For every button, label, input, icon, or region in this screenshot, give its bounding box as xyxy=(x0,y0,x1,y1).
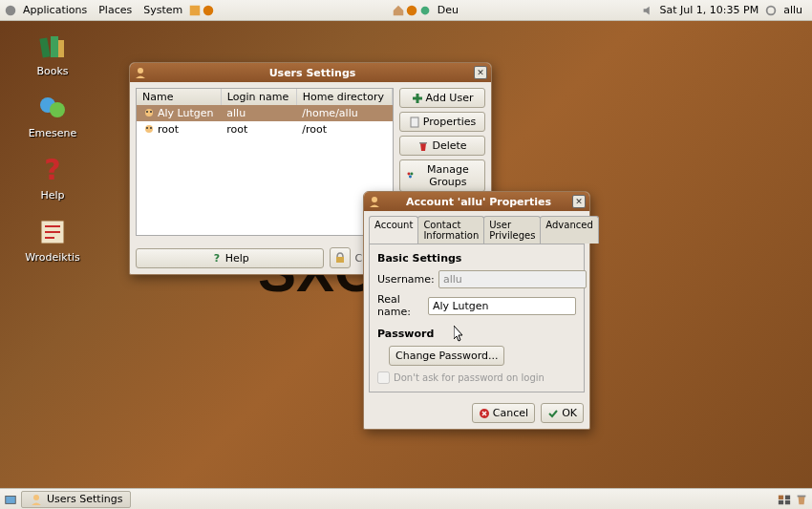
svg-rect-34 xyxy=(785,499,790,503)
trash-icon xyxy=(417,140,429,152)
menu-applications[interactable]: Applications xyxy=(17,2,93,18)
tabs: Account Contact Information User Privile… xyxy=(369,216,585,244)
svg-point-22 xyxy=(407,173,410,176)
desktop-icon-emesene[interactable]: Emesene xyxy=(19,91,86,139)
help-icon: ? xyxy=(211,252,223,264)
svg-point-2 xyxy=(203,5,214,15)
svg-rect-35 xyxy=(798,495,806,497)
gnome-foot-icon xyxy=(4,4,17,17)
menu-places[interactable]: Places xyxy=(93,2,138,18)
trash-icon[interactable] xyxy=(795,493,808,506)
svg-point-27 xyxy=(372,197,377,202)
user-menu[interactable]: allu xyxy=(778,2,808,18)
svg-point-19 xyxy=(150,127,152,129)
tab-contact[interactable]: Contact Information xyxy=(417,216,484,244)
ok-icon xyxy=(547,408,559,419)
volume-icon[interactable] xyxy=(641,4,654,17)
dont-ask-checkbox xyxy=(377,371,390,384)
window-title: Users Settings xyxy=(151,67,474,79)
power-icon[interactable] xyxy=(764,4,778,17)
svg-point-18 xyxy=(146,127,148,129)
close-button[interactable]: ✕ xyxy=(572,195,586,208)
user-face-icon xyxy=(142,108,156,119)
col-home[interactable]: Home directory xyxy=(296,89,392,105)
col-name[interactable]: Name xyxy=(137,89,221,105)
tray-icon-1[interactable] xyxy=(188,4,202,17)
help-icon: ? xyxy=(35,153,70,187)
keyboard-indicator[interactable]: Deu xyxy=(432,2,464,18)
manage-groups-button[interactable]: Manage Groups xyxy=(399,159,485,192)
taskbar-app-icon xyxy=(30,493,43,506)
tray-home-icon[interactable] xyxy=(392,4,405,17)
window-title: Account 'allu' Properties xyxy=(385,196,572,208)
books-icon xyxy=(35,29,70,63)
table-row[interactable]: root root /root xyxy=(137,121,393,138)
add-user-button[interactable]: Add User xyxy=(399,88,485,108)
svg-rect-26 xyxy=(336,257,344,263)
icon-label: Books xyxy=(36,65,68,77)
basic-settings-heading: Basic Settings xyxy=(377,252,576,265)
svg-text:?: ? xyxy=(44,153,60,186)
tab-body: Basic Settings Username: Real name: Pass… xyxy=(369,244,585,392)
col-login[interactable]: Login name xyxy=(221,89,296,105)
user-face-icon xyxy=(142,124,156,136)
plus-icon xyxy=(412,93,423,104)
mouse-cursor xyxy=(454,326,465,343)
close-button[interactable]: ✕ xyxy=(474,66,487,79)
clock[interactable]: Sat Jul 1, 10:35 PM xyxy=(654,2,765,18)
lock-button[interactable] xyxy=(330,247,351,268)
desktop-icon-help[interactable]: ? Help xyxy=(19,153,86,201)
titlebar[interactable]: Account 'allu' Properties ✕ xyxy=(364,192,589,211)
realname-input[interactable] xyxy=(428,297,576,315)
svg-rect-6 xyxy=(39,37,50,57)
desktop-icon-wrodeiktis[interactable]: Wrodeiktis xyxy=(19,215,86,264)
svg-text:?: ? xyxy=(213,252,219,264)
titlebar[interactable]: Users Settings ✕ xyxy=(130,63,491,82)
svg-point-10 xyxy=(50,102,65,117)
top-panel: Applications Places System Deu Sat Jul 1… xyxy=(0,0,812,21)
tab-privileges[interactable]: User Privileges xyxy=(483,216,541,244)
cancel-icon xyxy=(479,408,490,419)
password-heading: Password xyxy=(377,328,576,340)
change-password-button[interactable]: Change Password... xyxy=(389,346,504,366)
properties-button[interactable]: Properties xyxy=(399,112,485,132)
table-row[interactable]: Aly Lutgen allu /home/allu xyxy=(137,105,393,121)
dont-ask-label: Don't ask for password on login xyxy=(394,372,545,383)
svg-point-5 xyxy=(767,6,776,14)
svg-rect-8 xyxy=(58,40,64,57)
tray-weather-icon[interactable] xyxy=(418,4,432,17)
ok-button[interactable]: OK xyxy=(541,403,584,423)
svg-point-13 xyxy=(138,68,143,74)
delete-button[interactable]: Delete xyxy=(399,136,485,156)
svg-rect-31 xyxy=(779,495,783,498)
window-icon xyxy=(134,66,147,79)
icon-label: Wrodeiktis xyxy=(25,251,80,264)
svg-point-0 xyxy=(6,5,16,15)
svg-point-3 xyxy=(407,5,417,15)
svg-point-23 xyxy=(410,173,413,176)
menu-system[interactable]: System xyxy=(138,2,188,18)
workspace-switcher-icon[interactable] xyxy=(778,493,791,506)
username-label: Username: xyxy=(377,273,433,286)
desktop-icon-books[interactable]: Books xyxy=(19,29,86,77)
svg-rect-1 xyxy=(190,5,201,15)
tray-update-icon[interactable] xyxy=(405,4,418,17)
svg-point-4 xyxy=(420,6,429,14)
svg-point-17 xyxy=(145,125,153,133)
help-button[interactable]: ?Help xyxy=(136,248,324,268)
window-icon xyxy=(368,195,381,208)
tab-account[interactable]: Account xyxy=(369,216,418,244)
show-desktop-icon[interactable] xyxy=(4,493,17,506)
svg-rect-33 xyxy=(779,499,783,503)
tab-advanced[interactable]: Advanced xyxy=(540,216,598,244)
svg-rect-21 xyxy=(419,142,427,144)
cancel-button[interactable]: Cancel xyxy=(472,403,535,423)
taskbar-button-users-settings[interactable]: Users Settings xyxy=(21,491,131,508)
bottom-panel: Users Settings xyxy=(0,488,812,509)
svg-point-24 xyxy=(409,176,412,179)
realname-label: Real name: xyxy=(377,293,422,318)
emesene-icon xyxy=(35,91,70,125)
users-table[interactable]: Name Login name Home directory Aly Lutge… xyxy=(136,88,394,236)
tray-icon-2[interactable] xyxy=(202,4,215,17)
groups-icon xyxy=(406,170,415,181)
